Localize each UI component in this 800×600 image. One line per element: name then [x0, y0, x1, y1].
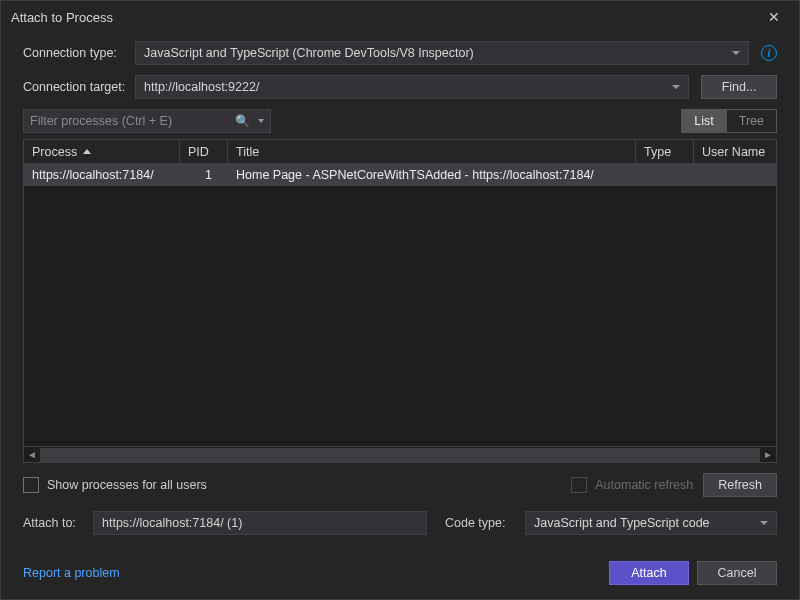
- table-header: Process PID Title Type User Name: [24, 140, 776, 164]
- chevron-down-icon[interactable]: [258, 119, 264, 123]
- scrollbar-track[interactable]: [40, 448, 760, 462]
- report-problem-link[interactable]: Report a problem: [23, 566, 120, 580]
- search-icon[interactable]: 🔍: [235, 114, 250, 128]
- automatic-refresh-label: Automatic refresh: [595, 478, 693, 492]
- table-body: https://localhost:7184/ 1 Home Page - AS…: [24, 164, 776, 446]
- connection-target-value: http://localhost:9222/: [144, 80, 259, 94]
- cell-process: https://localhost:7184/: [24, 168, 180, 182]
- show-all-users-checkbox[interactable]: [23, 477, 39, 493]
- cell-title: Home Page - ASPNetCoreWithTSAdded - http…: [228, 168, 636, 182]
- close-icon[interactable]: ✕: [759, 2, 789, 32]
- automatic-refresh-checkbox: [571, 477, 587, 493]
- view-tree-button[interactable]: Tree: [727, 109, 777, 133]
- table-row[interactable]: https://localhost:7184/ 1 Home Page - AS…: [24, 164, 776, 186]
- code-type-value: JavaScript and TypeScript code: [534, 516, 710, 530]
- cell-pid: 1: [180, 168, 228, 182]
- attach-to-label: Attach to:: [23, 516, 83, 530]
- col-title[interactable]: Title: [228, 140, 636, 164]
- chevron-down-icon: [760, 521, 768, 525]
- view-list-button[interactable]: List: [681, 109, 726, 133]
- connection-target-dropdown[interactable]: http://localhost:9222/: [135, 75, 689, 99]
- attach-button[interactable]: Attach: [609, 561, 689, 585]
- filter-placeholder: Filter processes (Ctrl + E): [30, 114, 172, 128]
- automatic-refresh-option: Automatic refresh: [571, 477, 693, 493]
- process-table: Process PID Title Type User Name https:/…: [23, 139, 777, 463]
- code-type-dropdown[interactable]: JavaScript and TypeScript code: [525, 511, 777, 535]
- col-pid[interactable]: PID: [180, 140, 228, 164]
- connection-type-dropdown[interactable]: JavaScript and TypeScript (Chrome DevToo…: [135, 41, 749, 65]
- refresh-button[interactable]: Refresh: [703, 473, 777, 497]
- attach-to-value: https://localhost:7184/ (1): [102, 516, 242, 530]
- col-process[interactable]: Process: [24, 140, 180, 164]
- attach-to-field[interactable]: https://localhost:7184/ (1): [93, 511, 427, 535]
- info-icon[interactable]: i: [761, 45, 777, 61]
- chevron-down-icon: [672, 85, 680, 89]
- show-all-users-label: Show processes for all users: [47, 478, 207, 492]
- view-toggle: List Tree: [681, 109, 777, 133]
- scroll-left-icon[interactable]: ◄: [24, 447, 40, 462]
- title-bar: Attach to Process ✕: [1, 1, 799, 33]
- filter-input[interactable]: Filter processes (Ctrl + E) 🔍: [23, 109, 271, 133]
- connection-target-label: Connection target:: [23, 80, 135, 94]
- col-type[interactable]: Type: [636, 140, 694, 164]
- col-user[interactable]: User Name: [694, 140, 776, 164]
- connection-type-value: JavaScript and TypeScript (Chrome DevToo…: [144, 46, 474, 60]
- connection-type-label: Connection type:: [23, 46, 135, 60]
- scroll-right-icon[interactable]: ►: [760, 447, 776, 462]
- window-title: Attach to Process: [11, 10, 759, 25]
- find-button[interactable]: Find...: [701, 75, 777, 99]
- chevron-down-icon: [732, 51, 740, 55]
- horizontal-scrollbar[interactable]: ◄ ►: [24, 446, 776, 462]
- code-type-label: Code type:: [445, 516, 515, 530]
- sort-asc-icon: [83, 149, 91, 154]
- cancel-button[interactable]: Cancel: [697, 561, 777, 585]
